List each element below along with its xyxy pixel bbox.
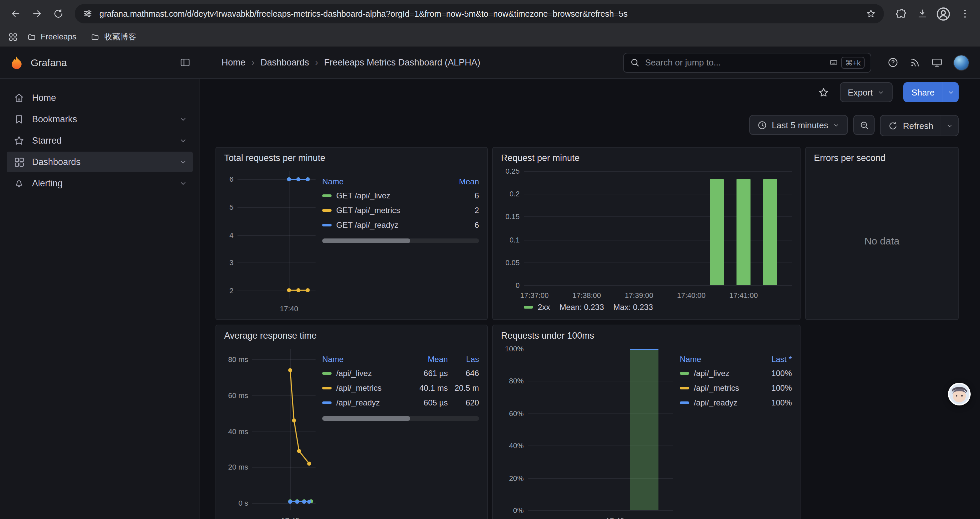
x-tick-label: 17:38:00: [573, 291, 601, 299]
y-tick-label: 5: [229, 203, 234, 211]
legend-series-name[interactable]: /api/_livez: [322, 366, 413, 381]
panel-title[interactable]: Total requests per minute: [216, 148, 487, 166]
dock-menu-icon[interactable]: [180, 57, 191, 68]
legend-series-name[interactable]: GET /api/_readyz: [322, 218, 452, 232]
sidebar-item-dashboards[interactable]: Dashboards: [7, 152, 193, 172]
site-info-icon[interactable]: [83, 9, 93, 19]
panel-title[interactable]: Average response time: [216, 325, 487, 343]
legend-series-name[interactable]: GET /api/_livez: [322, 188, 452, 203]
legend-value: 20.5 m: [455, 381, 479, 395]
chevron-down-icon: [946, 122, 953, 129]
apps-grid-icon[interactable]: [8, 32, 18, 42]
breadcrumb-item[interactable]: Dashboards: [261, 57, 309, 67]
refresh-interval-button[interactable]: [941, 115, 958, 136]
assistant-avatar[interactable]: [948, 383, 970, 406]
plot-area: [252, 345, 315, 514]
y-tick-label: 3: [229, 259, 234, 267]
x-tick-label: 17:37:00: [520, 291, 549, 299]
refresh-button[interactable]: Refresh: [881, 115, 941, 136]
favorite-star-icon[interactable]: [818, 86, 829, 98]
profile-button[interactable]: [933, 4, 953, 24]
share-menu-button[interactable]: [943, 82, 959, 102]
legend-series-name[interactable]: GET /api/_metrics: [322, 203, 452, 218]
sidebar-item-starred[interactable]: Starred: [7, 130, 193, 151]
legend-series-name[interactable]: /api/_metrics: [322, 381, 413, 395]
download-icon: [916, 8, 928, 19]
legend-scrollbar[interactable]: [322, 238, 479, 243]
y-tick-label: 0.15: [505, 213, 520, 221]
breadcrumb-item[interactable]: Home: [221, 57, 245, 67]
chart-series: [237, 167, 315, 303]
y-tick-label: 20%: [509, 474, 524, 482]
grafana-body: HomeBookmarksStarredDashboardsAlerting E…: [0, 79, 980, 519]
user-avatar[interactable]: [953, 54, 969, 70]
sidebar-item-label: Starred: [32, 136, 62, 145]
legend-value: 40.1 ms: [419, 381, 448, 395]
scrollbar-thumb[interactable]: [322, 416, 410, 421]
legend-column-header: Las: [455, 353, 479, 366]
gridline: [528, 510, 673, 511]
time-range-picker[interactable]: Last 5 minutes: [749, 115, 848, 135]
kiosk-monitor-icon[interactable]: [931, 57, 943, 68]
scrollbar-thumb[interactable]: [322, 238, 410, 243]
x-axis: 17:37:0017:38:0017:39:0017:40:0017:41:00: [524, 289, 792, 300]
downloads-button[interactable]: [912, 4, 932, 24]
dashboard-main: Export Share Last 5 minutes: [200, 79, 980, 519]
chevron-down-icon[interactable]: [179, 136, 188, 145]
bar-chart: 0.250.20.150.10.050 17:37:0017:38:0017:3…: [501, 167, 792, 300]
back-button[interactable]: [5, 4, 25, 24]
chevron-down-icon[interactable]: [179, 115, 188, 124]
forward-button[interactable]: [27, 4, 47, 24]
x-tick-label: 17:41:00: [729, 291, 758, 299]
panel-title[interactable]: Errors per second: [806, 148, 958, 166]
series-swatch: [680, 372, 689, 375]
export-button[interactable]: Export: [840, 82, 892, 102]
sidebar-item-label: Alerting: [32, 178, 63, 188]
sidebar-item-home[interactable]: Home: [7, 88, 193, 108]
series-swatch: [322, 209, 332, 212]
extensions-button[interactable]: [891, 4, 911, 24]
plot-area: [524, 167, 792, 289]
bookmark-folder-blogs[interactable]: 收藏博客: [86, 29, 142, 45]
sidebar-item-alerting[interactable]: Alerting: [7, 173, 193, 194]
breadcrumb-item[interactable]: Freeleaps Metrics Dashboard (ALPHA): [324, 57, 480, 67]
chevron-down-icon: [878, 88, 885, 96]
sidebar-item-label: Home: [32, 93, 56, 103]
legend: 2xx Mean: 0.233 Max: 0.233: [524, 300, 792, 314]
grid-icon: [13, 156, 25, 168]
gridline: [524, 217, 792, 217]
reload-button[interactable]: [48, 4, 68, 24]
url-bar[interactable]: grafana.mathmast.com/d/deytv4rwavabkb/fr…: [75, 4, 884, 23]
legend-series-name[interactable]: /api/_readyz: [680, 395, 765, 410]
header-left: Grafana: [0, 55, 200, 70]
zoom-out-button[interactable]: [854, 115, 875, 135]
series-swatch: [322, 224, 332, 227]
sidebar-item-label: Bookmarks: [32, 114, 77, 124]
legend-series-2xx[interactable]: 2xx: [524, 303, 550, 312]
chevron-down-icon[interactable]: [179, 158, 188, 166]
url-text[interactable]: grafana.mathmast.com/d/deytv4rwavabkb/fr…: [99, 9, 859, 18]
browser-menu-button[interactable]: [955, 4, 975, 24]
legend-series-name[interactable]: /api/_readyz: [322, 395, 413, 410]
breadcrumb-separator: ›: [251, 57, 255, 67]
legend-scrollbar[interactable]: [322, 416, 479, 421]
x-tick-label: 17:39:00: [625, 291, 654, 299]
y-axis: 100%80%60%40%20%0%: [501, 345, 528, 514]
share-button[interactable]: Share: [904, 82, 943, 102]
grafana-logo[interactable]: [10, 55, 24, 70]
panel-title[interactable]: Request per minute: [493, 148, 800, 166]
bookmark-label: 收藏博客: [104, 31, 137, 42]
legend-series-name[interactable]: /api/_livez: [680, 366, 765, 381]
bookmark-folder-freeleaps[interactable]: Freeleaps: [22, 30, 82, 43]
legend-series-name[interactable]: /api/_metrics: [680, 381, 765, 395]
panel-title[interactable]: Requests under 100ms: [493, 325, 800, 343]
bookmark-label: Freeleaps: [41, 32, 76, 42]
search-input[interactable]: Search or jump to... ⌘+k: [623, 53, 871, 72]
y-axis: 80 ms60 ms40 ms20 ms0 s: [224, 345, 252, 514]
legend-value: 605 µs: [419, 395, 448, 410]
chevron-down-icon[interactable]: [179, 179, 188, 188]
help-icon[interactable]: [887, 57, 899, 68]
news-rss-icon[interactable]: [909, 57, 921, 68]
bookmark-star-icon[interactable]: [866, 9, 876, 19]
sidebar-item-bookmarks[interactable]: Bookmarks: [7, 109, 193, 129]
